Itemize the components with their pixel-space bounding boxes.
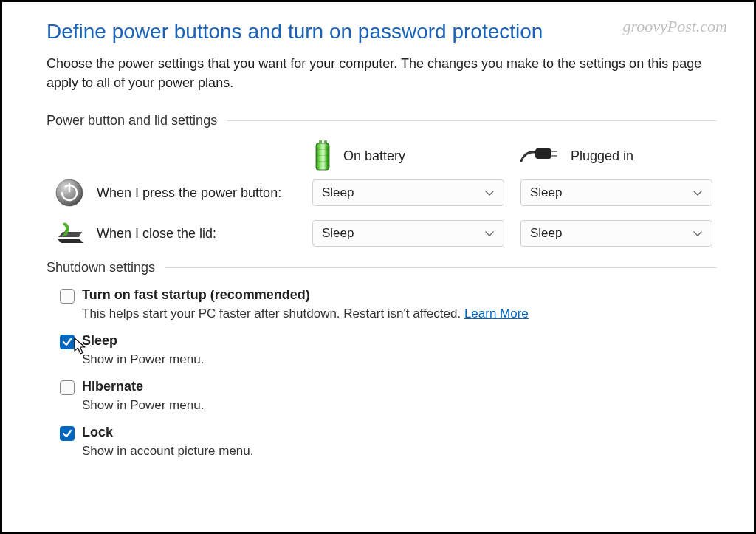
svg-rect-1 — [324, 140, 327, 143]
hibernate-desc: Show in Power menu. — [82, 398, 717, 413]
svg-rect-8 — [551, 155, 557, 157]
svg-rect-5 — [317, 161, 329, 162]
lock-desc: Show in account picture menu. — [82, 444, 717, 459]
close-lid-plugged-select[interactable]: Sleep — [520, 220, 712, 247]
hibernate-checkbox[interactable] — [60, 380, 75, 395]
close-lid-battery-value: Sleep — [322, 226, 354, 241]
on-battery-label: On battery — [343, 148, 405, 164]
column-header-on-battery: On battery — [312, 140, 520, 171]
power-button-plugged-select[interactable]: Sleep — [520, 179, 712, 206]
sleep-desc: Show in Power menu. — [82, 352, 717, 367]
chevron-down-icon — [484, 188, 495, 198]
section1-heading: Power button and lid settings — [47, 113, 217, 129]
svg-rect-3 — [317, 149, 329, 150]
svg-rect-7 — [551, 151, 557, 152]
learn-more-link[interactable]: Learn More — [464, 307, 529, 321]
power-button-row-label: When I press the power button: — [97, 185, 281, 201]
fast-startup-title: Turn on fast startup (recommended) — [82, 287, 310, 303]
close-lid-plugged-value: Sleep — [530, 226, 562, 241]
chevron-down-icon — [484, 228, 495, 239]
divider — [227, 120, 717, 121]
section-power-button-lid: Power button and lid settings — [47, 113, 717, 129]
column-header-plugged-in: Plugged in — [520, 146, 717, 165]
close-lid-icon — [54, 221, 85, 246]
power-button-battery-select[interactable]: Sleep — [312, 179, 504, 206]
check-icon — [62, 337, 72, 347]
lock-title: Lock — [82, 425, 113, 440]
intro-text: Choose the power settings that you want … — [47, 54, 717, 92]
hibernate-title: Hibernate — [82, 379, 143, 394]
plugged-in-label: Plugged in — [571, 148, 633, 164]
row-power-button: When I press the power button: Sleep Sle… — [47, 179, 717, 207]
svg-rect-2 — [316, 143, 329, 170]
section-shutdown-settings: Shutdown settings — [47, 260, 717, 275]
close-lid-row-label: When I close the lid: — [97, 226, 216, 242]
sleep-title: Sleep — [82, 333, 117, 349]
svg-rect-0 — [319, 140, 322, 143]
section2-heading: Shutdown settings — [47, 260, 155, 275]
chevron-down-icon — [693, 228, 703, 239]
power-button-plugged-value: Sleep — [530, 185, 562, 200]
power-button-icon — [54, 179, 85, 207]
svg-rect-4 — [317, 155, 329, 156]
svg-rect-6 — [535, 148, 551, 159]
fast-startup-desc: This helps start your PC faster after sh… — [82, 307, 717, 321]
row-close-lid: When I close the lid: Sleep Sleep — [47, 220, 717, 247]
lock-checkbox[interactable] — [60, 426, 75, 441]
fast-startup-checkbox[interactable] — [60, 289, 75, 304]
power-button-battery-value: Sleep — [322, 185, 354, 200]
divider — [165, 267, 717, 268]
close-lid-battery-select[interactable]: Sleep — [312, 220, 504, 247]
check-icon — [62, 428, 72, 439]
page-title: Define power buttons and turn on passwor… — [47, 20, 717, 44]
battery-icon — [312, 140, 333, 171]
chevron-down-icon — [693, 188, 703, 198]
plug-icon — [520, 146, 560, 165]
sleep-checkbox[interactable] — [60, 335, 75, 349]
